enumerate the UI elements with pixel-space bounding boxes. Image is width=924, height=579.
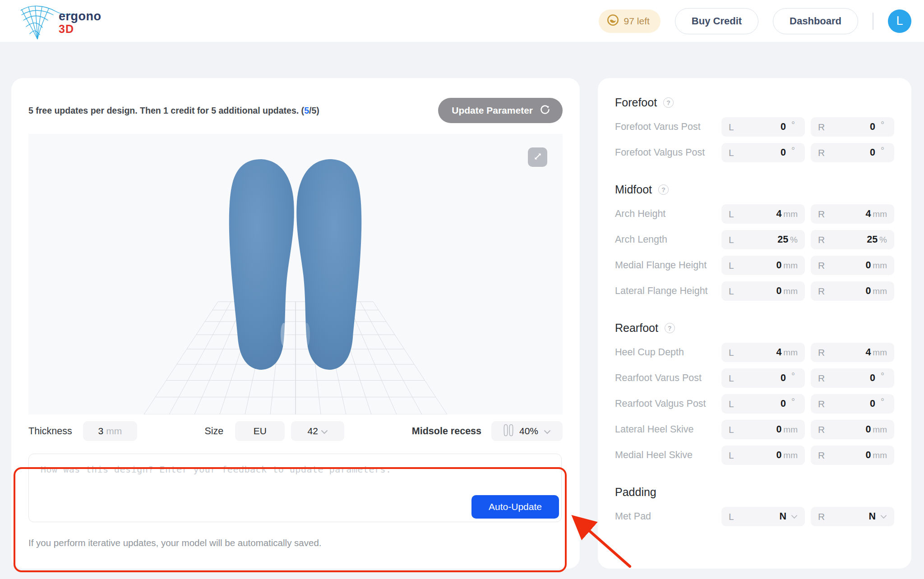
brand-text: ergono 3D <box>59 10 102 35</box>
param-forefoot-varus-post-l-input[interactable]: L0° <box>721 117 805 137</box>
section-title: Rearfoot <box>615 322 658 335</box>
brand-name: ergono <box>59 10 102 23</box>
param-medial-heel-skive-r-input[interactable]: R0mm <box>811 446 894 465</box>
side-label: L <box>729 286 734 297</box>
midsole-recess-label: Midsole recess <box>412 426 481 437</box>
credits-count: 97 left <box>624 16 650 27</box>
param-medial-flange-height-l-input[interactable]: L0mm <box>721 256 805 275</box>
param-value: 0 <box>825 121 875 133</box>
param-lateral-flange-height-l-input[interactable]: L0mm <box>721 281 805 301</box>
param-value: 4 <box>825 347 871 358</box>
parameters-panel: Forefoot?Forefoot Varus PostL0°R0°Forefo… <box>598 78 911 569</box>
insole-model-render <box>28 134 563 414</box>
perspective-grid <box>144 302 447 414</box>
param-arch-length-r-input[interactable]: R25% <box>811 230 894 249</box>
param-unit: ° <box>881 397 887 407</box>
param-forefoot-valgus-post-l-input[interactable]: L0° <box>721 143 805 162</box>
param-value: 4 <box>825 208 871 220</box>
side-label: R <box>818 122 825 133</box>
param-value: 25 <box>734 234 788 245</box>
dashboard-button[interactable]: Dashboard <box>773 8 858 34</box>
header-divider <box>873 13 873 30</box>
side-label: R <box>818 260 825 271</box>
param-section-rearfoot: Rearfoot?Heel Cup DepthL4mmR4mmRearfoot … <box>615 322 894 465</box>
thickness-input[interactable]: 3 mm <box>83 421 137 441</box>
side-label: R <box>818 511 825 522</box>
insole-pair-icon <box>503 423 514 439</box>
param-value: N <box>734 511 786 522</box>
side-label: L <box>729 234 734 245</box>
model-viewer-3d[interactable] <box>28 134 563 414</box>
param-value: 0 <box>825 147 875 158</box>
param-heel-cup-depth-l-input[interactable]: L4mm <box>721 343 805 362</box>
help-icon[interactable]: ? <box>658 184 669 195</box>
param-row: Forefoot Valgus PostL0°R0° <box>615 143 894 162</box>
help-icon[interactable]: ? <box>663 97 674 108</box>
side-label: L <box>729 399 734 409</box>
param-met-pad-l-input[interactable]: LN <box>721 507 805 526</box>
param-rearfoot-varus-post-l-input[interactable]: L0° <box>721 368 805 388</box>
param-lateral-heel-skive-l-input[interactable]: L0mm <box>721 420 805 439</box>
autosave-note: If you perform iterative updates, your m… <box>28 538 563 548</box>
param-value: 4 <box>734 347 782 358</box>
size-value-select[interactable]: 42 <box>291 421 344 441</box>
fullscreen-expand-button[interactable] <box>528 147 547 167</box>
param-row: Met PadLNRN <box>615 507 894 526</box>
param-arch-height-l-input[interactable]: L4mm <box>721 204 805 224</box>
brand-sub: 3D <box>59 23 102 35</box>
section-title: Forefoot <box>615 96 657 109</box>
param-value: N <box>825 511 876 522</box>
side-label: R <box>818 347 825 358</box>
param-value: 0 <box>734 147 786 158</box>
param-lateral-flange-height-r-input[interactable]: R0mm <box>811 281 894 301</box>
param-lateral-heel-skive-r-input[interactable]: R0mm <box>811 420 894 439</box>
side-label: R <box>818 450 825 461</box>
side-label: R <box>818 147 825 158</box>
param-unit: ° <box>791 371 798 381</box>
param-unit: mm <box>783 425 798 435</box>
param-rearfoot-varus-post-r-input[interactable]: R0° <box>811 368 894 388</box>
auto-update-button[interactable]: Auto-Update <box>471 495 559 519</box>
app-header: ergono 3D 97 left Buy Credit Dashboard L <box>0 0 924 42</box>
midsole-recess-select[interactable]: 40% <box>491 421 563 441</box>
param-met-pad-r-input[interactable]: RN <box>811 507 894 526</box>
credits-badge: 97 left <box>599 9 661 33</box>
param-value: 0 <box>734 121 786 133</box>
param-medial-heel-skive-l-input[interactable]: L0mm <box>721 446 805 465</box>
param-forefoot-valgus-post-r-input[interactable]: R0° <box>811 143 894 162</box>
param-row: Arch LengthL25%R25% <box>615 230 894 249</box>
param-unit: mm <box>873 425 887 435</box>
param-unit: mm <box>873 450 887 460</box>
param-unit: mm <box>783 450 798 460</box>
side-label: L <box>729 511 734 522</box>
param-value: 0 <box>734 424 782 435</box>
param-label: Rearfoot Valgus Post <box>615 398 721 409</box>
size-region-select[interactable]: EU <box>235 421 285 441</box>
param-heel-cup-depth-r-input[interactable]: R4mm <box>811 343 894 362</box>
param-section-midfoot: Midfoot?Arch HeightL4mmR4mmArch LengthL2… <box>615 183 894 301</box>
param-rearfoot-valgus-post-l-input[interactable]: L0° <box>721 394 805 414</box>
param-arch-length-l-input[interactable]: L25% <box>721 230 805 249</box>
param-arch-height-r-input[interactable]: R4mm <box>811 204 894 224</box>
param-medial-flange-height-r-input[interactable]: R0mm <box>811 256 894 275</box>
size-label: Size <box>204 426 223 437</box>
param-row: Medial Heel SkiveL0mmR0mm <box>615 446 894 465</box>
param-section-forefoot: Forefoot?Forefoot Varus PostL0°R0°Forefo… <box>615 96 894 162</box>
param-unit: mm <box>783 348 798 358</box>
param-value: 0 <box>825 285 871 297</box>
param-unit: ° <box>881 120 887 130</box>
brand-logo[interactable]: ergono 3D <box>17 1 102 41</box>
param-unit: mm <box>783 261 798 271</box>
param-rearfoot-valgus-post-r-input[interactable]: R0° <box>811 394 894 414</box>
buy-credit-button[interactable]: Buy Credit <box>675 8 758 34</box>
user-avatar[interactable]: L <box>888 9 911 33</box>
design-panel: 5 free updates per design. Then 1 credit… <box>11 78 580 569</box>
param-value: 0 <box>734 398 786 409</box>
help-icon[interactable]: ? <box>665 323 675 333</box>
update-parameter-button[interactable]: Update Parameter <box>438 98 563 123</box>
side-label: L <box>729 260 734 271</box>
param-value: 0 <box>734 372 786 384</box>
refresh-icon <box>539 104 551 118</box>
side-label: L <box>729 147 734 158</box>
param-forefoot-varus-post-r-input[interactable]: R0° <box>811 117 894 137</box>
